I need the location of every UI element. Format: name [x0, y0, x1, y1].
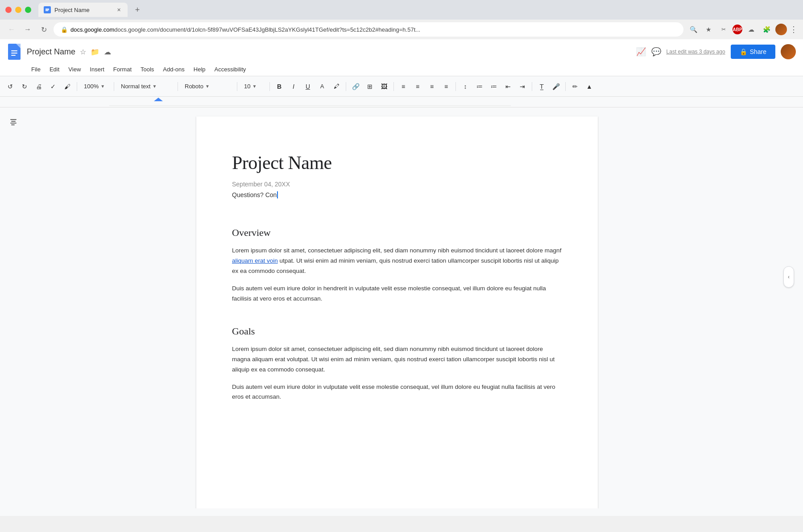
toolbar-separator-6 [346, 82, 346, 91]
overview-paragraph-1: Lorem ipsum dolor sit amet, consectetuer… [232, 246, 562, 276]
style-dropdown[interactable]: Normal text ▼ [117, 80, 175, 93]
align-left-button[interactable]: ≡ [397, 80, 410, 93]
menu-tools[interactable]: Tools [137, 64, 157, 74]
doc-sidebar [0, 107, 27, 508]
italic-button[interactable]: I [287, 80, 300, 93]
cloud-icon[interactable]: ☁ [745, 23, 757, 36]
maximize-button[interactable] [25, 7, 31, 13]
paint-format-button[interactable]: 🖌 [61, 80, 74, 93]
doc-right-sidebar [767, 107, 803, 508]
link-button[interactable]: 🔗 [349, 80, 362, 93]
toolbar-separator-8 [455, 82, 456, 91]
minimize-button[interactable] [15, 7, 21, 13]
close-button[interactable] [5, 7, 12, 13]
menu-edit[interactable]: Edit [46, 64, 63, 74]
style-dropdown-arrow: ▼ [152, 84, 157, 89]
section-heading-overview[interactable]: Overview [232, 227, 562, 239]
title-bar: Project Name ✕ + [0, 0, 803, 20]
font-dropdown[interactable]: Roboto ▼ [181, 80, 234, 93]
outline-icon[interactable] [8, 116, 19, 127]
clear-formatting-button[interactable]: T̲ [535, 80, 548, 93]
toolbar-separator-7 [393, 82, 394, 91]
menu-format[interactable]: Format [110, 64, 135, 74]
document-area: Project Name September 04, 20XX Question… [0, 107, 803, 508]
toolbar-separator-9 [532, 82, 532, 91]
browser-chrome: Project Name ✕ + ← → ↻ 🔒 docs.google.com… [0, 0, 803, 39]
font-size-dropdown[interactable]: 10 ▼ [240, 80, 267, 93]
toolbar-separator-1 [77, 82, 77, 91]
insert-image-dropdown[interactable]: 🖼 [377, 80, 391, 93]
menu-insert[interactable]: Insert [86, 64, 108, 74]
back-button[interactable]: ← [5, 23, 18, 36]
star-icon[interactable]: ☆ [79, 47, 87, 57]
highlight-button[interactable]: 🖍 [330, 80, 343, 93]
share-lock-icon: 🔒 [740, 48, 747, 55]
zoom-dropdown-arrow: ▼ [100, 84, 105, 89]
browser-profile-avatar[interactable] [775, 24, 787, 35]
search-icon[interactable]: 🔍 [687, 23, 700, 36]
menu-help[interactable]: Help [190, 64, 209, 74]
share-button[interactable]: 🔒 Share [731, 45, 775, 59]
doc-title-header[interactable]: Project Name [27, 47, 75, 57]
more-options-button[interactable]: ✏ [568, 80, 582, 93]
doc-main: Project Name September 04, 20XX Question… [27, 107, 767, 508]
font-value: Roboto [185, 83, 203, 90]
decrease-indent-button[interactable]: ⇤ [501, 80, 515, 93]
bookmark-icon[interactable]: ★ [702, 23, 715, 36]
spellcheck-button[interactable]: ✓ [46, 80, 60, 93]
ruler [0, 97, 803, 107]
numbered-list-button[interactable]: ≔ [473, 80, 486, 93]
svg-marker-5 [154, 98, 163, 101]
browser-menu-button[interactable]: ⋮ [790, 25, 798, 34]
text-color-button[interactable]: A [315, 80, 329, 93]
document-questions-line[interactable]: Questions? Con [232, 191, 562, 198]
insert-image-button[interactable]: ⊞ [363, 80, 377, 93]
collapse-toolbar-button[interactable]: ▲ [583, 80, 596, 93]
adblock-icon[interactable]: ABP [733, 25, 742, 34]
zoom-dropdown[interactable]: 100% ▼ [80, 80, 111, 93]
document-date: September 04, 20XX [232, 181, 562, 188]
section-gap-1 [232, 213, 562, 223]
new-tab-button[interactable]: + [131, 4, 144, 16]
document-title[interactable]: Project Name [232, 152, 562, 173]
comment-icon[interactable]: 💬 [651, 47, 661, 57]
trending-icon[interactable]: 📈 [636, 47, 646, 57]
justify-button[interactable]: ≡ [439, 80, 453, 93]
questions-text: Questions? Con [232, 191, 277, 198]
section-heading-goals[interactable]: Goals [232, 326, 562, 337]
extensions-icon[interactable]: 🧩 [760, 23, 773, 36]
tab-close-button[interactable]: ✕ [115, 6, 122, 13]
print-button[interactable]: 🖨 [32, 80, 46, 93]
folder-icon[interactable]: 📁 [90, 47, 100, 57]
overview-text-after-link: utpat. Ut wisi enim ad minim veniam, qui… [232, 257, 559, 274]
url-bar[interactable]: 🔒 docs.google.comdocs.google.com/documen… [54, 22, 683, 37]
user-avatar[interactable] [781, 44, 796, 59]
cloud-status-icon[interactable]: ☁ [103, 47, 112, 57]
align-right-button[interactable]: ≡ [425, 80, 439, 93]
undo-button[interactable]: ↺ [4, 80, 17, 93]
overview-link[interactable]: aliquam erat voin [232, 257, 278, 264]
align-center-button[interactable]: ≡ [411, 80, 424, 93]
forward-button[interactable]: → [21, 23, 34, 36]
goals-paragraph-2: Duis autem vel eum iriure dolor in vulpu… [232, 382, 562, 403]
style-value: Normal text [121, 83, 150, 90]
increase-indent-button[interactable]: ⇥ [516, 80, 529, 93]
last-edit-text[interactable]: Last edit was 3 days ago [666, 49, 725, 55]
redo-button[interactable]: ↻ [18, 80, 31, 93]
menu-view[interactable]: View [65, 64, 84, 74]
browser-tab[interactable]: Project Name ✕ [38, 3, 128, 17]
refresh-button[interactable]: ↻ [37, 23, 50, 36]
menu-accessibility[interactable]: Accessibility [211, 64, 250, 74]
underline-button[interactable]: U [301, 80, 315, 93]
docs-title-row: Project Name ☆ 📁 ☁ 📈 💬 Last edit was 3 d… [7, 43, 796, 61]
line-spacing-button[interactable]: ↕ [459, 80, 472, 93]
menu-addons[interactable]: Add-ons [159, 64, 188, 74]
voice-input-button[interactable]: 🎤 [549, 80, 563, 93]
cut-icon[interactable]: ✂ [717, 23, 730, 36]
toolbar-separator-4 [237, 82, 237, 91]
formatting-toolbar: ↺ ↻ 🖨 ✓ 🖌 100% ▼ Normal text ▼ Roboto ▼ … [0, 76, 803, 97]
collapse-panel-button[interactable]: ‹ [783, 266, 794, 288]
bulleted-list-button[interactable]: ≔ [487, 80, 501, 93]
menu-file[interactable]: File [28, 64, 44, 74]
bold-button[interactable]: B [273, 80, 286, 93]
